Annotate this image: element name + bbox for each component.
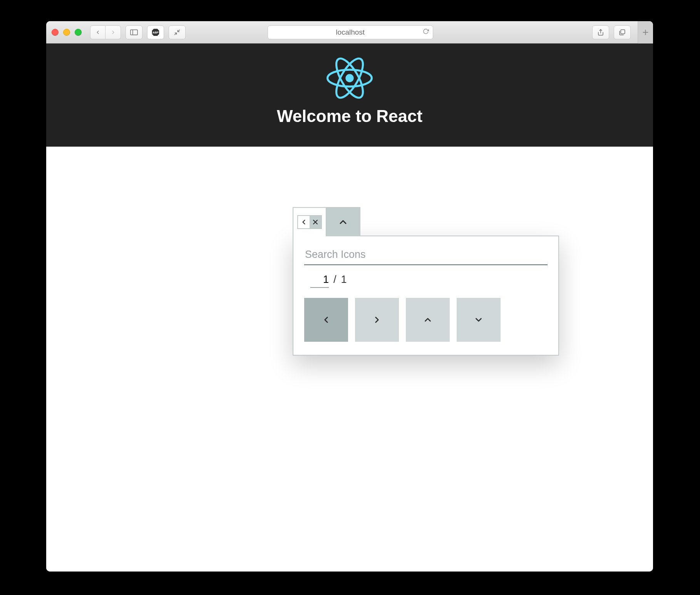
new-tab-button[interactable]: + xyxy=(638,21,653,43)
sidebar-toggle-button[interactable] xyxy=(126,25,142,39)
adblock-button[interactable]: ABP xyxy=(147,25,164,39)
chevron-up-icon xyxy=(423,315,433,325)
svg-line-4 xyxy=(178,30,180,32)
page-separator: / xyxy=(333,274,337,286)
svg-line-5 xyxy=(174,33,176,35)
window-minimize-button[interactable] xyxy=(63,29,70,36)
selected-icon-preview xyxy=(297,215,322,229)
page-title: Welcome to React xyxy=(46,107,653,126)
chevron-left-icon xyxy=(95,30,100,35)
page-total: 1 xyxy=(341,274,347,286)
nav-forward-button[interactable] xyxy=(106,25,121,39)
plus-icon: + xyxy=(642,26,648,38)
browser-window: ABP localhost + xyxy=(46,21,653,572)
chevron-left-icon xyxy=(300,218,308,226)
adblock-icon: ABP xyxy=(151,28,160,37)
browser-titlebar: ABP localhost + xyxy=(46,21,653,43)
svg-point-8 xyxy=(345,74,353,82)
icon-picker-panel: / 1 xyxy=(293,236,559,356)
sidebar-icon xyxy=(130,29,138,35)
icon-picker: / 1 xyxy=(293,207,559,356)
icon-grid xyxy=(304,298,548,342)
chevron-up-icon xyxy=(338,217,348,227)
nav-back-forward xyxy=(90,25,121,39)
close-icon xyxy=(311,218,319,226)
chevron-right-icon xyxy=(111,30,116,35)
icon-picker-tabs xyxy=(293,207,360,236)
icon-option-chevron-left[interactable] xyxy=(304,298,348,342)
fullscreen-icon xyxy=(174,29,181,36)
chevron-left-icon xyxy=(321,315,331,325)
search-icons-input[interactable] xyxy=(304,246,548,265)
tabs-button[interactable] xyxy=(614,25,631,39)
fullscreen-button[interactable] xyxy=(169,25,186,39)
page-current-input[interactable] xyxy=(310,274,329,288)
nav-back-button[interactable] xyxy=(90,25,106,39)
react-logo-icon xyxy=(327,57,373,99)
page-viewport: Welcome to React xyxy=(46,43,653,572)
svg-rect-7 xyxy=(621,30,625,34)
reload-icon xyxy=(423,28,429,34)
chevron-down-icon xyxy=(474,315,484,325)
svg-text:ABP: ABP xyxy=(152,30,159,34)
address-bar[interactable]: localhost xyxy=(268,25,433,39)
app-header: Welcome to React xyxy=(46,43,653,147)
share-button[interactable] xyxy=(592,25,609,39)
share-icon xyxy=(597,28,604,36)
window-controls xyxy=(52,29,82,36)
icon-option-chevron-up[interactable] xyxy=(406,298,450,342)
svg-rect-0 xyxy=(131,30,137,35)
pagination: / 1 xyxy=(310,274,548,288)
picker-tab-expand[interactable] xyxy=(327,208,360,236)
icon-option-chevron-down[interactable] xyxy=(457,298,501,342)
window-close-button[interactable] xyxy=(52,29,59,36)
window-maximize-button[interactable] xyxy=(75,29,82,36)
icon-option-chevron-right[interactable] xyxy=(355,298,399,342)
chevron-right-icon xyxy=(372,315,382,325)
tabs-icon xyxy=(618,29,626,36)
picker-tab-selected-preview[interactable] xyxy=(293,208,327,236)
address-text: localhost xyxy=(336,28,365,37)
reload-button[interactable] xyxy=(423,28,429,36)
